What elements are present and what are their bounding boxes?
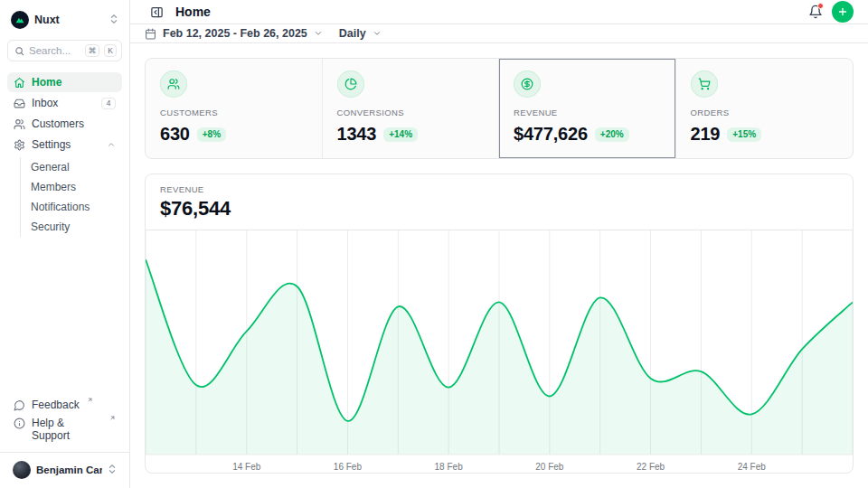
revenue-area-chart[interactable]: 14 Feb16 Feb18 Feb20 Feb22 Feb24 Feb [146,230,853,474]
shopping-cart-icon [691,70,718,98]
stat-card-conversions[interactable]: CONVERSIONS 1343 +14% [323,59,500,158]
stat-value: $477,626 [514,124,588,145]
stat-delta-badge: +8% [197,127,226,142]
chart-metric-label: REVENUE [160,184,838,194]
help-support-label: Help & Support [32,417,102,442]
area-chart-svg: 14 Feb16 Feb18 Feb20 Feb22 Feb24 Feb [146,230,853,474]
sidebar-footer: Feedback Help & Support Benjamin Canac [7,396,122,481]
collapse-sidebar-button[interactable] [145,0,168,23]
search-input[interactable]: Search... ⌘ K [7,40,122,61]
stat-label: CONVERSIONS [337,108,485,117]
feedback-link[interactable]: Feedback [7,396,122,414]
period-value: Daily [339,27,366,40]
notifications-button[interactable] [808,5,823,19]
date-range-picker[interactable]: Feb 12, 2025 - Feb 26, 2025 [145,27,323,40]
svg-text:20 Feb: 20 Feb [535,462,564,472]
notification-dot [817,3,824,9]
inbox-icon [14,98,25,109]
stat-delta-badge: +15% [727,127,761,142]
svg-text:24 Feb: 24 Feb [738,462,767,472]
chart-metric-value: $76,544 [160,197,838,221]
revenue-chart-card: REVENUE $76,544 14 Feb16 Feb18 Feb20 Feb… [145,174,854,474]
sidebar: Nuxt Search... ⌘ K Home [0,0,130,488]
feedback-label: Feedback [32,399,80,411]
help-support-link[interactable]: Help & Support [7,414,122,445]
info-circle-icon [14,418,25,429]
kbd-meta: ⌘ [85,44,100,57]
stat-value: 630 [160,124,190,145]
calendar-icon [145,28,156,40]
message-bubble-icon [14,399,25,411]
sidebar-item-notifications[interactable]: Notifications [31,197,122,217]
chevron-up-down-icon [108,462,117,478]
sidebar-nav: Home Inbox 4 Customers Settings [7,72,122,237]
svg-text:22 Feb: 22 Feb [637,462,665,472]
panel-collapse-icon [150,5,164,19]
plus-icon [837,6,848,17]
nuxt-logo-icon [11,11,29,29]
external-link-icon [109,415,116,421]
main-area: Home Feb 12, 2025 - Feb 26, 2025 [130,0,868,488]
stat-card-customers[interactable]: CUSTOMERS 630 +8% [146,59,323,158]
sidebar-item-label: Home [32,76,61,89]
stat-label: ORDERS [691,108,839,117]
user-menu[interactable]: Benjamin Canac [7,453,122,481]
app-root: Nuxt Search... ⌘ K Home [0,0,868,488]
svg-text:18 Feb: 18 Feb [435,462,464,472]
svg-text:16 Feb: 16 Feb [334,462,363,472]
sidebar-item-label: Customers [32,117,84,130]
gear-icon [14,139,25,151]
stat-card-revenue[interactable]: REVENUE $477,626 +20% [499,59,676,158]
chevron-up-down-icon [109,12,118,28]
search-icon [14,46,24,56]
sidebar-item-inbox[interactable]: Inbox 4 [7,93,122,113]
stat-delta-badge: +14% [383,127,418,142]
add-button[interactable] [832,1,854,23]
period-select[interactable]: Daily [339,27,382,40]
home-icon [14,77,25,89]
kbd-k: K [104,44,117,57]
stat-delta-badge: +20% [595,127,629,142]
external-link-icon [87,397,93,403]
date-range-value: Feb 12, 2025 - Feb 26, 2025 [163,27,307,40]
sidebar-item-customers[interactable]: Customers [7,114,122,134]
pie-chart-icon [337,70,364,98]
sidebar-item-general[interactable]: General [31,157,122,177]
search-placeholder: Search... [29,45,80,56]
page-title: Home [175,5,211,19]
top-header: Home [130,0,868,24]
sidebar-item-security[interactable]: Security [31,217,122,237]
users-icon [160,70,187,98]
user-name: Benjamin Canac [36,465,102,475]
filter-toolbar: Feb 12, 2025 - Feb 26, 2025 Daily [130,24,868,43]
dashboard-content: CUSTOMERS 630 +8% CONVERSIONS 1343 +14% [130,43,868,488]
svg-text:14 Feb: 14 Feb [232,462,261,472]
sidebar-item-settings[interactable]: Settings [7,135,122,155]
sidebar-item-members[interactable]: Members [31,177,122,197]
chevron-down-icon [314,29,323,38]
stat-label: CUSTOMERS [160,108,307,117]
avatar [13,461,31,479]
users-icon [14,118,25,130]
sidebar-item-label: Inbox [32,97,58,109]
inbox-count-badge: 4 [101,98,116,109]
dollar-circle-icon [514,70,541,98]
chevron-up-icon [107,140,116,149]
workspace-switcher[interactable]: Nuxt [7,9,122,40]
settings-submenu: General Members Notifications Security [20,157,122,237]
workspace-name: Nuxt [34,14,104,26]
sidebar-item-label: Settings [32,138,71,151]
stat-card-orders[interactable]: ORDERS 219 +15% [676,59,854,158]
header-actions [808,1,854,23]
chevron-down-icon [373,29,382,38]
stat-value: 219 [691,124,721,145]
chart-header: REVENUE $76,544 [146,174,853,230]
stats-panel: CUSTOMERS 630 +8% CONVERSIONS 1343 +14% [145,58,854,159]
stat-value: 1343 [337,124,377,145]
sidebar-item-home[interactable]: Home [7,72,122,92]
stat-label: REVENUE [514,108,661,117]
